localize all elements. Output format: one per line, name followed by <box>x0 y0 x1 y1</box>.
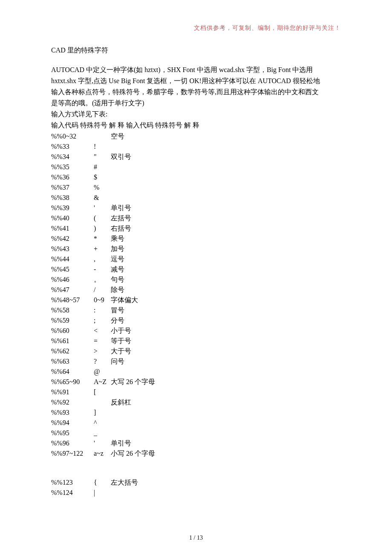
intro-line: 输入方式详见下表: <box>51 109 341 119</box>
code-value: %%38 <box>51 193 94 203</box>
symbol-value: % <box>94 182 111 193</box>
page-title: CAD 里的特殊字符 <box>51 45 341 55</box>
code-value: %%46 <box>51 275 94 285</box>
code-row: %%59;分号 <box>51 315 341 326</box>
code-row: %%39'单引号 <box>51 203 341 213</box>
description-value: 右括号 <box>111 223 341 234</box>
symbol-value: ' <box>94 203 111 213</box>
symbol-value: ^ <box>94 418 111 428</box>
symbol-value: [ <box>94 387 111 397</box>
code-value: %%60 <box>51 326 94 336</box>
code-row: %%47/除号 <box>51 285 341 295</box>
symbol-value: @ <box>94 367 111 377</box>
code-value: %%45 <box>51 264 94 275</box>
code-value: %%43 <box>51 244 94 254</box>
description-value <box>111 142 341 152</box>
code-row: %%97~122a~z小写 26 个字母 <box>51 448 341 459</box>
description-value <box>111 367 341 377</box>
code-row: %%64@ <box>51 367 341 377</box>
code-row: %%94^ <box>51 418 341 428</box>
description-value: 等于号 <box>111 336 341 346</box>
document-page: 文档供参考，可复制、编制，期待您的好评与关注！ CAD 里的特殊字符 AUTOC… <box>0 0 392 555</box>
symbol-value: * <box>94 234 111 244</box>
description-value: 分号 <box>111 315 341 326</box>
code-row: %%33! <box>51 142 341 152</box>
description-value: 空号 <box>111 131 341 142</box>
description-value <box>111 418 341 428</box>
code-row: %%48~570~9字体偏大 <box>51 295 341 305</box>
code-value: %%40 <box>51 213 94 223</box>
symbol-value: # <box>94 162 111 172</box>
description-value <box>111 428 341 438</box>
symbol-value: ' <box>94 438 111 448</box>
code-row: %%123{左大括号 <box>51 477 341 488</box>
intro-line: AUTOCAD 中定义一种字体(如 hztxt)，SHX Font 中选用 wc… <box>51 65 341 75</box>
symbol-value: & <box>94 193 111 203</box>
description-value: 字体偏大 <box>111 295 341 305</box>
description-value <box>111 193 341 203</box>
symbol-value: / <box>94 285 111 295</box>
code-value: %%59 <box>51 315 94 326</box>
symbol-value: < <box>94 326 111 336</box>
description-value: 大写 26 个字母 <box>111 377 341 387</box>
symbol-value: a~z <box>94 448 111 459</box>
code-row: %%34"双引号 <box>51 152 341 162</box>
code-row: %%37% <box>51 182 341 193</box>
symbol-value: ) <box>94 223 111 234</box>
code-row: %%62>大于号 <box>51 346 341 356</box>
description-value <box>111 172 341 182</box>
symbol-value <box>94 397 111 408</box>
code-row: %%92反斜杠 <box>51 397 341 408</box>
code-table-block-1: %%0~32空号%%33!%%34"双引号%%35#%%36$%%37%%%38… <box>51 131 341 459</box>
description-value: 冒号 <box>111 305 341 315</box>
code-row: %%35# <box>51 162 341 172</box>
code-row: %%93] <box>51 408 341 418</box>
code-value: %%124 <box>51 488 94 498</box>
code-value: %%62 <box>51 346 94 356</box>
description-value <box>111 488 341 498</box>
symbol-value: , <box>94 254 111 264</box>
code-value: %%0~32 <box>51 131 94 142</box>
code-value: %%92 <box>51 397 94 408</box>
code-value: %%34 <box>51 152 94 162</box>
symbol-value: > <box>94 346 111 356</box>
code-value: %%61 <box>51 336 94 346</box>
code-value: %%91 <box>51 387 94 397</box>
description-value: 单引号 <box>111 203 341 213</box>
code-value: %%65~90 <box>51 377 94 387</box>
code-row: %%61=等于号 <box>51 336 341 346</box>
code-value: %%123 <box>51 477 94 488</box>
symbol-value: $ <box>94 172 111 182</box>
description-value: 加号 <box>111 244 341 254</box>
code-row: %%44,逗号 <box>51 254 341 264</box>
symbol-value <box>94 131 111 142</box>
intro-line: 是等高的哦。(适用于单行文字) <box>51 98 341 108</box>
intro-paragraph: AUTOCAD 中定义一种字体(如 hztxt)，SHX Font 中选用 wc… <box>51 65 341 130</box>
code-row: %%41)右括号 <box>51 223 341 234</box>
code-value: %%94 <box>51 418 94 428</box>
intro-line: hxtxt.shx 字型,点选 Use Big Font 复选框，一切 OK!用… <box>51 76 341 86</box>
page-number: 1 / 13 <box>0 533 392 542</box>
code-value: %%42 <box>51 234 94 244</box>
symbol-value: ? <box>94 356 111 367</box>
symbol-value: - <box>94 264 111 275</box>
code-row: %%58:冒号 <box>51 305 341 315</box>
code-value: %%48~57 <box>51 295 94 305</box>
code-row: %%38& <box>51 193 341 203</box>
header-note: 文档供参考，可复制、编制，期待您的好评与关注！ <box>51 23 341 32</box>
code-table-block-2: %%123{左大括号%%124| <box>51 477 341 498</box>
description-value: 单引号 <box>111 438 341 448</box>
description-value: 小于号 <box>111 326 341 336</box>
code-row: %%124| <box>51 488 341 498</box>
code-value: %%64 <box>51 367 94 377</box>
code-value: %%37 <box>51 182 94 193</box>
symbol-value: ( <box>94 213 111 223</box>
description-value <box>111 182 341 193</box>
code-row: %%43+加号 <box>51 244 341 254</box>
symbol-value: ] <box>94 408 111 418</box>
code-row: %%95_ <box>51 428 341 438</box>
symbol-value: 0~9 <box>94 295 111 305</box>
code-row: %%42*乘号 <box>51 234 341 244</box>
code-value: %%97~122 <box>51 448 94 459</box>
code-row: %%91[ <box>51 387 341 397</box>
